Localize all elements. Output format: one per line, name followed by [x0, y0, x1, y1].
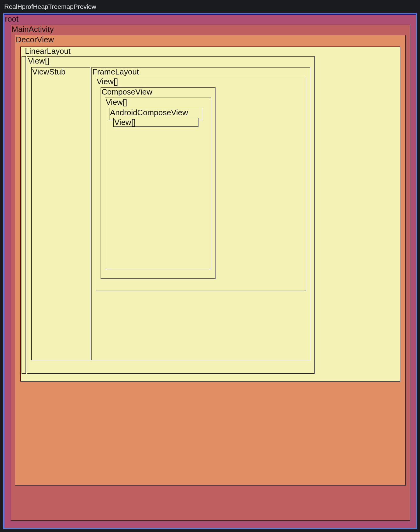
window-title: RealHprofHeapTreemapPreview [0, 0, 420, 13]
